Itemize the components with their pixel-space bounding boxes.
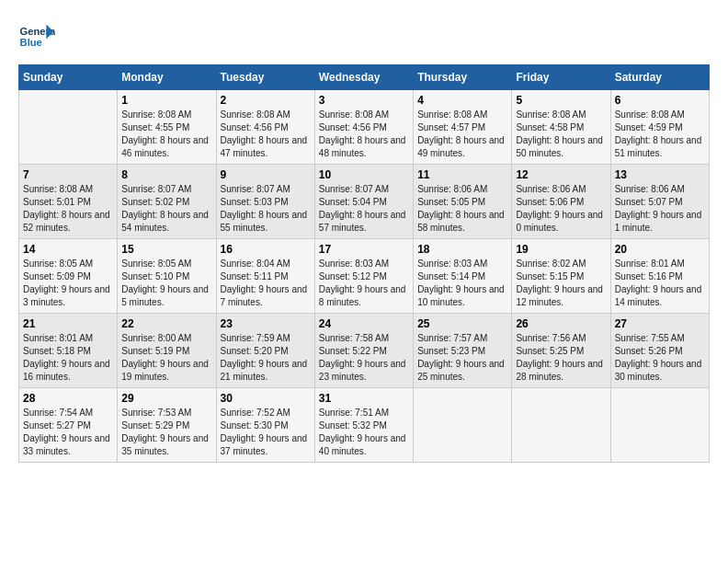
day-number: 2 [221,94,311,107]
daylight: Daylight: 9 hours and 23 minutes. [319,359,406,382]
day-number: 23 [221,317,311,330]
daylight: Daylight: 9 hours and 10 minutes. [417,284,505,307]
sunrise: Sunrise: 8:07 AM [221,184,290,194]
daylight: Daylight: 9 hours and 8 minutes. [319,284,406,307]
daylight: Daylight: 9 hours and 16 minutes. [23,359,110,382]
day-number: 25 [417,317,507,330]
day-info: Sunrise: 8:08 AM Sunset: 4:57 PM Dayligh… [417,109,507,160]
daylight: Daylight: 8 hours and 50 minutes. [516,135,603,158]
week-row-4: 21 Sunrise: 8:01 AM Sunset: 5:18 PM Dayl… [19,314,710,388]
sunrise: Sunrise: 7:57 AM [417,333,487,343]
calendar-cell: 26 Sunrise: 7:56 AM Sunset: 5:25 PM Dayl… [512,314,610,388]
daylight: Daylight: 8 hours and 49 minutes. [417,135,505,158]
day-number: 9 [221,168,311,181]
sunrise: Sunrise: 8:01 AM [615,259,685,269]
calendar-body: 1 Sunrise: 8:08 AM Sunset: 4:55 PM Dayli… [19,90,710,463]
sunrise: Sunrise: 8:08 AM [221,109,290,120]
day-number: 24 [319,317,409,330]
day-number: 30 [221,392,311,405]
sunrise: Sunrise: 8:08 AM [615,109,685,120]
daylight: Daylight: 9 hours and 1 minute. [615,210,702,233]
daylight: Daylight: 9 hours and 37 minutes. [221,433,308,456]
daylight: Daylight: 8 hours and 57 minutes. [319,210,406,233]
daylight: Daylight: 8 hours and 55 minutes. [221,210,308,233]
sunset: Sunset: 4:59 PM [615,122,683,132]
daylight: Daylight: 9 hours and 28 minutes. [516,359,603,382]
header-friday: Friday [512,65,610,90]
day-info: Sunrise: 8:01 AM Sunset: 5:18 PM Dayligh… [23,332,113,384]
calendar-cell: 30 Sunrise: 7:52 AM Sunset: 5:30 PM Dayl… [216,388,314,463]
sunset: Sunset: 5:26 PM [615,346,683,356]
day-number: 7 [23,168,113,181]
calendar-cell: 11 Sunrise: 8:06 AM Sunset: 5:05 PM Dayl… [414,165,512,239]
daylight: Daylight: 9 hours and 0 minutes. [516,210,603,233]
calendar-cell: 31 Sunrise: 7:51 AM Sunset: 5:32 PM Dayl… [314,388,413,463]
daylight: Daylight: 8 hours and 51 minutes. [615,135,702,158]
sunset: Sunset: 5:23 PM [417,346,485,356]
sunrise: Sunrise: 7:51 AM [319,408,389,418]
sunset: Sunset: 5:03 PM [221,197,289,207]
calendar-cell: 6 Sunrise: 8:08 AM Sunset: 4:59 PM Dayli… [610,90,709,165]
calendar-header: SundayMondayTuesdayWednesdayThursdayFrid… [19,65,710,90]
day-info: Sunrise: 7:56 AM Sunset: 5:25 PM Dayligh… [516,332,606,384]
sunset: Sunset: 5:18 PM [23,346,91,356]
week-row-1: 1 Sunrise: 8:08 AM Sunset: 4:55 PM Dayli… [19,90,710,165]
sunset: Sunset: 5:20 PM [221,346,289,356]
day-number: 21 [23,317,113,330]
calendar-cell: 18 Sunrise: 8:03 AM Sunset: 5:14 PM Dayl… [414,239,512,314]
sunrise: Sunrise: 8:03 AM [417,259,487,269]
day-number: 17 [319,243,409,256]
calendar-cell: 3 Sunrise: 8:08 AM Sunset: 4:56 PM Dayli… [314,90,413,165]
day-info: Sunrise: 8:07 AM Sunset: 5:02 PM Dayligh… [121,183,211,235]
sunset: Sunset: 5:05 PM [417,197,485,207]
day-info: Sunrise: 8:04 AM Sunset: 5:11 PM Dayligh… [221,258,311,309]
day-number: 27 [615,317,705,330]
header-thursday: Thursday [414,65,512,90]
day-number: 20 [615,243,705,256]
sunset: Sunset: 5:32 PM [319,420,387,431]
sunrise: Sunrise: 8:01 AM [23,333,93,343]
day-number: 15 [121,243,211,256]
calendar-cell: 16 Sunrise: 8:04 AM Sunset: 5:11 PM Dayl… [216,239,314,314]
calendar-cell: 27 Sunrise: 7:55 AM Sunset: 5:26 PM Dayl… [610,314,709,388]
sunset: Sunset: 5:25 PM [516,346,584,356]
sunrise: Sunrise: 8:06 AM [615,184,685,194]
calendar-cell: 1 Sunrise: 8:08 AM Sunset: 4:55 PM Dayli… [118,90,216,165]
day-number: 4 [417,94,507,107]
calendar-cell: 23 Sunrise: 7:59 AM Sunset: 5:20 PM Dayl… [216,314,314,388]
week-row-3: 14 Sunrise: 8:05 AM Sunset: 5:09 PM Dayl… [19,239,710,314]
sunset: Sunset: 4:56 PM [221,122,289,132]
day-info: Sunrise: 7:53 AM Sunset: 5:29 PM Dayligh… [121,407,211,458]
day-number: 11 [417,168,507,181]
sunset: Sunset: 5:12 PM [319,271,387,282]
calendar-cell: 13 Sunrise: 8:06 AM Sunset: 5:07 PM Dayl… [610,165,709,239]
logo: General Blue [18,18,59,55]
day-info: Sunrise: 8:08 AM Sunset: 5:01 PM Dayligh… [23,183,113,235]
day-number: 8 [121,168,211,181]
sunrise: Sunrise: 7:55 AM [615,333,685,343]
daylight: Daylight: 8 hours and 58 minutes. [417,210,505,233]
day-info: Sunrise: 8:08 AM Sunset: 4:58 PM Dayligh… [516,109,606,160]
calendar-cell: 4 Sunrise: 8:08 AM Sunset: 4:57 PM Dayli… [414,90,512,165]
day-number: 12 [516,168,606,181]
sunset: Sunset: 5:30 PM [221,420,289,431]
day-number: 18 [417,243,507,256]
sunrise: Sunrise: 8:06 AM [417,184,487,194]
day-info: Sunrise: 8:05 AM Sunset: 5:10 PM Dayligh… [121,258,211,309]
header-wednesday: Wednesday [314,65,413,90]
calendar-cell: 25 Sunrise: 7:57 AM Sunset: 5:23 PM Dayl… [414,314,512,388]
daylight: Daylight: 9 hours and 40 minutes. [319,433,406,456]
daylight: Daylight: 9 hours and 14 minutes. [615,284,702,307]
sunrise: Sunrise: 8:08 AM [121,109,191,120]
sunset: Sunset: 5:16 PM [615,271,683,282]
day-info: Sunrise: 8:06 AM Sunset: 5:07 PM Dayligh… [615,183,705,235]
sunrise: Sunrise: 8:00 AM [121,333,191,343]
sunrise: Sunrise: 7:59 AM [221,333,290,343]
daylight: Daylight: 8 hours and 47 minutes. [221,135,308,158]
day-info: Sunrise: 7:57 AM Sunset: 5:23 PM Dayligh… [417,332,507,384]
day-number: 28 [23,392,113,405]
sunset: Sunset: 5:09 PM [23,271,91,282]
day-number: 14 [23,243,113,256]
day-info: Sunrise: 8:06 AM Sunset: 5:06 PM Dayligh… [516,183,606,235]
day-info: Sunrise: 7:58 AM Sunset: 5:22 PM Dayligh… [319,332,409,384]
